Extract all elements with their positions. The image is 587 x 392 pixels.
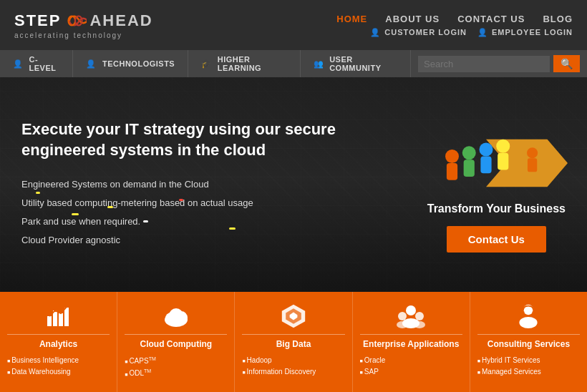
people-arrow-svg [432, 117, 568, 210]
svg-rect-33 [533, 311, 535, 315]
community-icon: 👥 [314, 59, 324, 69]
svg-rect-8 [481, 157, 492, 174]
consulting-b2: Managed Services [477, 366, 580, 378]
logo-tagline: accelerating technology [14, 31, 153, 39]
tech-icon: 👤 [86, 59, 97, 69]
clevel-label: C-LEVEL [29, 55, 60, 72]
logo-ahead: AHEAD [89, 11, 152, 30]
cloud-b1: CAPSTM [125, 355, 227, 367]
svg-point-28 [397, 321, 408, 328]
nav-technologists[interactable]: 👤 TECHNOLOGISTS [73, 50, 188, 77]
enterprise-bullets: Oracle SAP [360, 355, 462, 378]
enterprise-b1: Oracle [360, 355, 462, 366]
analytics-title: Analytics [7, 334, 110, 349]
analytics-icon [46, 303, 72, 330]
nav-blog[interactable]: BLOG [543, 14, 573, 24]
logo-step: STEP [14, 11, 61, 30]
search-button[interactable]: 🔍 [553, 55, 580, 72]
nav-clevel[interactable]: 👤 C-LEVEL [0, 50, 73, 77]
tech-label: TECHNOLOGISTS [102, 59, 175, 68]
svg-rect-12 [528, 158, 537, 172]
hero-bullet-4: Cloud Provider agnostic [21, 231, 406, 250]
svg-rect-6 [464, 160, 475, 177]
service-analytics[interactable]: Analytics Business Intelligence Data War… [0, 292, 117, 392]
svg-point-25 [398, 312, 407, 320]
analytics-b2: Data Warehousing [7, 366, 110, 378]
service-cloud[interactable]: Cloud Computing CAPSTM ODLTM [117, 292, 235, 392]
svg-rect-15 [59, 313, 63, 326]
svg-point-26 [415, 312, 424, 320]
svg-point-7 [480, 143, 493, 157]
service-consulting[interactable]: Consulting Services Hybrid IT Services M… [470, 292, 587, 392]
login-links: 👤 CUSTOMER LOGIN 👤 EMPLOYEE LOGIN [370, 28, 573, 37]
header-right: HOME ABOUT US CONTACT US BLOG 👤 CUSTOMER… [336, 14, 573, 37]
svg-point-20 [169, 308, 183, 323]
enterprise-title: Enterprise Applications [360, 334, 462, 349]
analytics-b1: Business Intelligence [7, 355, 110, 366]
svg-rect-16 [64, 308, 69, 326]
hero-right: Transform Your Business Contact Us [427, 102, 587, 267]
employee-login-label: EMPLOYEE LOGIN [492, 28, 573, 36]
consulting-b1: Hybrid IT Services [477, 355, 580, 366]
svg-rect-4 [447, 163, 457, 180]
hero-section: Execute your IT strategy using our secur… [0, 77, 587, 292]
clevel-icon: 👤 [13, 59, 24, 69]
consulting-title: Consulting Services [477, 334, 580, 349]
main-nav-links: HOME ABOUT US CONTACT US BLOG [336, 14, 573, 24]
bigdata-icon [281, 303, 306, 330]
analytics-bullets: Business Intelligence Data Warehousing [7, 355, 110, 378]
bigdata-bullets: Hadoop Information Discovery [242, 355, 344, 378]
customer-login[interactable]: 👤 CUSTOMER LOGIN [370, 28, 467, 37]
cloud-bullets: CAPSTM ODLTM [125, 355, 227, 380]
hero-content: Execute your IT strategy using our secur… [0, 98, 427, 270]
svg-point-5 [462, 146, 476, 160]
svg-rect-32 [522, 311, 525, 315]
employee-login[interactable]: 👤 EMPLOYEE LOGIN [477, 28, 573, 37]
cloud-b2: ODLTM [125, 367, 227, 379]
cloud-title: Cloud Computing [125, 334, 227, 349]
logo-icon [64, 14, 87, 28]
svg-point-3 [445, 150, 459, 163]
svg-point-9 [497, 139, 510, 153]
consulting-icon [515, 303, 541, 330]
bigdata-b1: Hadoop [242, 355, 344, 366]
search-area: 🔍 [411, 50, 587, 77]
learning-icon: 🎓 [201, 59, 212, 69]
svg-point-24 [406, 305, 416, 315]
nav-home[interactable]: HOME [336, 14, 367, 24]
hero-title: Execute your IT strategy using our secur… [21, 119, 379, 160]
cloud-icon [162, 303, 190, 330]
secondary-navigation: 👤 C-LEVEL 👤 TECHNOLOGISTS 🎓 HIGHER LEARN… [0, 50, 587, 77]
transform-graphic [432, 117, 561, 202]
enterprise-icon [397, 303, 425, 330]
enterprise-b2: SAP [360, 366, 462, 378]
nav-user-community[interactable]: 👥 USER COMMUNITY [301, 50, 411, 77]
learning-label: HIGHER LEARNING [218, 55, 287, 72]
logo[interactable]: STEP AHEAD accelerating technology [14, 11, 153, 39]
svg-rect-13 [47, 316, 52, 326]
hero-bullet-2: Utility based computing-metering based o… [21, 194, 406, 212]
services-section: Analytics Business Intelligence Data War… [0, 292, 587, 392]
nav-about[interactable]: ABOUT US [385, 14, 440, 24]
top-navigation: STEP AHEAD accelerating technology HOME … [0, 0, 587, 50]
svg-point-29 [414, 321, 425, 328]
bigdata-title: Big Data [242, 334, 344, 349]
service-bigdata[interactable]: Big Data Hadoop Information Discovery [235, 292, 352, 392]
svg-point-11 [527, 147, 538, 158]
bigdata-b2: Information Discovery [242, 366, 344, 378]
search-input[interactable] [418, 56, 550, 72]
hero-bullet-1: Engineered Systems on demand in the Clou… [21, 175, 406, 194]
customer-login-icon: 👤 [370, 28, 381, 37]
nav-higher-learning[interactable]: 🎓 HIGHER LEARNING [188, 50, 300, 77]
svg-rect-10 [498, 153, 509, 170]
customer-login-label: CUSTOMER LOGIN [384, 28, 467, 36]
nav-contact[interactable]: CONTACT US [457, 14, 525, 24]
svg-point-31 [520, 317, 538, 328]
service-enterprise[interactable]: Enterprise Applications Oracle SAP [353, 292, 470, 392]
employee-login-icon: 👤 [477, 28, 488, 37]
hero-bullet-3: Park and use when required. [21, 212, 406, 231]
consulting-bullets: Hybrid IT Services Managed Services [477, 355, 580, 378]
hero-bullets: Engineered Systems on demand in the Clou… [21, 175, 406, 250]
contact-us-button[interactable]: Contact Us [447, 226, 546, 253]
community-label: USER COMMUNITY [329, 55, 397, 72]
